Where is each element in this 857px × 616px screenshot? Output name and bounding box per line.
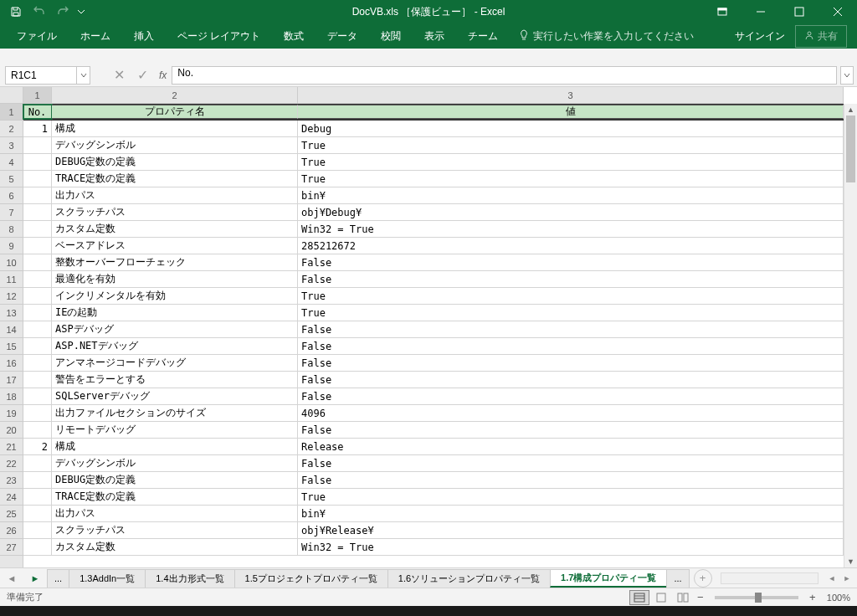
row-header[interactable]: 5 [0,171,23,187]
zoom-in-button[interactable]: + [807,591,819,603]
zoom-slider[interactable] [715,596,798,599]
cell-prop[interactable]: ASPデバッグ [52,321,298,337]
row-header[interactable]: 17 [0,372,23,388]
cell-prop[interactable]: アンマネージコードデバッグ [52,355,298,371]
cell-val[interactable]: bin¥ [298,187,844,203]
row-header[interactable]: 19 [0,405,23,422]
header-cell-no[interactable]: No. [23,105,52,119]
cell-prop[interactable]: 出力パス [52,187,298,203]
cell-prop[interactable]: ASP.NETデバッグ [52,338,298,354]
cell-val[interactable]: False [298,472,844,488]
row-header[interactable]: 18 [0,388,23,405]
formula-expand-button[interactable] [840,66,854,85]
formula-input[interactable]: No. [172,66,837,85]
cell-prop[interactable]: スクラッチパス [52,204,298,220]
cell-val[interactable]: obj¥Debug¥ [298,204,844,220]
cell-val[interactable]: False [298,455,844,471]
row-header[interactable]: 1 [0,104,23,121]
enter-formula-button[interactable]: ✓ [131,66,154,85]
cell-val[interactable]: Win32 = True [298,221,844,237]
close-button[interactable] [819,0,857,23]
cell-no[interactable] [23,137,52,153]
ribbon-tab-formulas[interactable]: 数式 [272,23,316,49]
redo-button[interactable] [52,2,74,22]
cell-no[interactable] [23,388,52,404]
vertical-scrollbar[interactable]: ▲ ▼ [844,104,857,567]
cell-prop[interactable]: 最適化を有効 [52,271,298,287]
cells-area[interactable]: No. プロパティ名 値 1構成DebugデバッグシンボルTrueDEBUG定数… [23,104,844,567]
hscroll-right[interactable]: ► [840,574,854,583]
cell-prop[interactable]: デバッグシンボル [52,455,298,471]
ribbon-tab-team[interactable]: チーム [456,23,510,49]
name-box-dropdown[interactable] [77,66,90,85]
tab-nav-first[interactable]: ◄ [0,573,23,583]
header-cell-prop[interactable]: プロパティ名 [52,105,298,119]
cell-no[interactable] [23,338,52,354]
tab-nav-prev[interactable]: ► [23,573,47,583]
sheet-tab[interactable]: 1.5プロジェクトプロパティ一覧 [234,569,388,588]
cell-val[interactable]: True [298,171,844,187]
cell-val[interactable]: True [298,489,844,505]
cell-val[interactable]: True [298,154,844,170]
cell-no[interactable] [23,305,52,321]
col-header-3[interactable]: 3 [298,87,844,103]
row-header[interactable]: 7 [0,204,23,221]
cell-val[interactable]: True [298,288,844,304]
view-pagebreak-button[interactable] [673,590,693,605]
cell-val[interactable]: bin¥ [298,506,844,521]
sheet-tab[interactable]: 1.6ソリューションプロパティ一覧 [387,569,551,588]
cell-val[interactable]: 285212672 [298,238,844,254]
ribbon-tab-review[interactable]: 校閲 [369,23,413,49]
cell-prop[interactable]: DEBUG定数の定義 [52,154,298,170]
row-header[interactable]: 21 [0,439,23,455]
view-normal-button[interactable] [629,590,649,605]
cell-prop[interactable]: TRACE定数の定義 [52,171,298,187]
hscroll-left[interactable]: ◄ [825,574,839,583]
zoom-slider-thumb[interactable] [755,593,762,603]
row-header[interactable]: 27 [0,539,23,556]
cell-no[interactable] [23,489,52,505]
cell-prop[interactable]: 構成 [52,121,298,136]
cell-no[interactable] [23,405,52,421]
fx-icon[interactable]: fx [154,69,172,81]
cell-prop[interactable]: ベースアドレス [52,238,298,254]
new-sheet-button[interactable]: + [694,569,712,588]
qat-customize-button[interactable] [75,2,87,22]
cell-no[interactable] [23,154,52,170]
save-button[interactable] [5,2,27,22]
ribbon-tab-data[interactable]: データ [316,23,369,49]
header-cell-val[interactable]: 値 [298,105,844,119]
sheet-tab[interactable]: 1.3AddIn一覧 [69,569,146,588]
maximize-button[interactable] [780,0,819,23]
row-header[interactable]: 6 [0,187,23,204]
cell-no[interactable] [23,238,52,254]
cell-no[interactable] [23,522,52,538]
cell-prop[interactable]: カスタム定数 [52,539,298,555]
name-box[interactable]: R1C1 [5,66,77,85]
cell-val[interactable]: True [298,305,844,321]
cell-val[interactable]: False [298,355,844,371]
cell-val[interactable]: Release [298,439,844,454]
cell-no[interactable] [23,254,52,270]
cell-prop[interactable]: インクリメンタルを有効 [52,288,298,304]
sheet-tab-more-right[interactable]: ... [666,569,689,588]
zoom-level[interactable]: 100% [827,593,850,603]
row-header[interactable]: 23 [0,472,23,489]
sheet-tab-more-left[interactable]: ... [47,569,69,588]
cell-prop[interactable]: 出力ファイルセクションのサイズ [52,405,298,421]
row-header[interactable]: 4 [0,154,23,171]
cell-val[interactable]: False [298,271,844,287]
cell-prop[interactable]: 構成 [52,439,298,454]
cell-no[interactable] [23,372,52,388]
row-header[interactable]: 16 [0,355,23,372]
cell-val[interactable]: 4096 [298,405,844,421]
cell-no[interactable] [23,288,52,304]
row-header[interactable]: 13 [0,305,23,321]
ribbon-tab-view[interactable]: 表示 [413,23,456,49]
row-header[interactable]: 20 [0,422,23,439]
row-header[interactable]: 9 [0,238,23,254]
cell-prop[interactable]: IEの起動 [52,305,298,321]
cell-no[interactable]: 1 [23,121,52,136]
cell-val[interactable]: False [298,321,844,337]
sheet-tab[interactable]: 1.4出力形式一覧 [145,569,234,588]
